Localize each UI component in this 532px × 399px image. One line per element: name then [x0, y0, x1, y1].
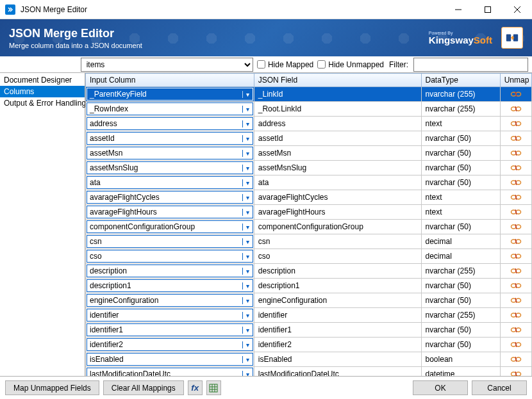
chevron-down-icon[interactable]: ▾: [242, 268, 253, 275]
unmap-icon[interactable]: [510, 325, 522, 334]
cancel-button[interactable]: Cancel: [472, 380, 527, 395]
ok-button[interactable]: OK: [413, 380, 468, 395]
table-row[interactable]: _RowIndex▾_Root.LinkIdnvarchar (255): [86, 102, 532, 117]
maximize-button[interactable]: [473, 0, 503, 19]
input-column-combo[interactable]: avarageFlightCycles▾: [87, 191, 253, 204]
input-column-combo[interactable]: isEnabled▾: [87, 353, 253, 366]
input-column-combo[interactable]: identifier▾: [87, 309, 253, 322]
unmap-icon[interactable]: [510, 119, 522, 128]
map-unmapped-button[interactable]: Map Unmapped Fields: [5, 380, 99, 395]
unmap-icon[interactable]: [510, 134, 522, 143]
table-row[interactable]: csn▾csndecimal: [86, 234, 532, 249]
unmap-icon[interactable]: [510, 104, 522, 113]
close-button[interactable]: [503, 0, 532, 19]
header-datatype[interactable]: DataType: [421, 74, 500, 87]
input-column-combo[interactable]: _ParentKeyField▾: [87, 88, 253, 101]
grid-scroll[interactable]: Input Column JSON Field DataType Unmap _…: [85, 73, 532, 376]
input-column-combo[interactable]: componentConfigurationGroup▾: [87, 220, 253, 233]
hide-mapped-checkbox[interactable]: Hide Mapped: [257, 58, 313, 71]
chevron-down-icon[interactable]: ▾: [242, 179, 253, 186]
unmap-icon[interactable]: [510, 193, 522, 202]
unmap-icon[interactable]: [510, 311, 522, 320]
input-column-combo[interactable]: engineConfiguration▾: [87, 294, 253, 307]
input-column-combo[interactable]: description▾: [87, 265, 253, 277]
table-row[interactable]: _ParentKeyField▾_LinkIdnvarchar (255): [86, 87, 532, 102]
input-column-combo[interactable]: address▾: [87, 117, 253, 130]
unmap-icon[interactable]: [510, 370, 522, 376]
sidebar-item[interactable]: Columns: [0, 86, 85, 97]
input-column-combo[interactable]: ata▾: [87, 176, 253, 189]
chevron-down-icon[interactable]: ▾: [242, 120, 253, 127]
hide-unmapped-checkbox[interactable]: Hide Unmapped: [317, 58, 384, 71]
chevron-down-icon[interactable]: ▾: [242, 253, 253, 260]
table-row[interactable]: cso▾csodecimal: [86, 249, 532, 264]
chevron-down-icon[interactable]: ▾: [242, 150, 253, 157]
table-row[interactable]: ata▾atanvarchar (50): [86, 175, 532, 190]
input-column-combo[interactable]: identifier2▾: [87, 338, 253, 351]
unmap-icon[interactable]: [510, 163, 522, 172]
unmap-icon[interactable]: [510, 355, 522, 364]
chevron-down-icon[interactable]: ▾: [242, 327, 253, 334]
unmap-icon[interactable]: [510, 90, 522, 99]
clear-all-mappings-button[interactable]: Clear All Mappings: [103, 380, 184, 395]
chevron-down-icon[interactable]: ▾: [242, 297, 253, 304]
table-row[interactable]: avarageFlightHours▾avarageFlightHoursnte…: [86, 205, 532, 220]
header-unmap[interactable]: Unmap: [500, 74, 531, 87]
filter-input[interactable]: [413, 58, 528, 72]
table-row[interactable]: address▾addressntext: [86, 117, 532, 131]
input-column-combo[interactable]: description1▾: [87, 279, 253, 292]
table-row[interactable]: identifier▾identifiernvarchar (255): [86, 308, 532, 323]
table-row[interactable]: identifier1▾identifier1nvarchar (50): [86, 323, 532, 338]
unmap-icon[interactable]: [510, 281, 522, 290]
chevron-down-icon[interactable]: ▾: [242, 282, 253, 289]
chevron-down-icon[interactable]: ▾: [242, 194, 253, 201]
unmap-icon[interactable]: [510, 222, 522, 231]
section-select[interactable]: items: [81, 58, 253, 72]
chevron-down-icon[interactable]: ▾: [242, 106, 253, 113]
minimize-button[interactable]: [444, 0, 473, 19]
unmap-icon[interactable]: [510, 252, 522, 261]
chevron-down-icon[interactable]: ▾: [242, 91, 253, 98]
chevron-down-icon[interactable]: ▾: [242, 165, 253, 172]
sidebar-item[interactable]: Document Designer: [0, 74, 85, 86]
unmap-icon[interactable]: [510, 296, 522, 305]
unmap-icon[interactable]: [510, 237, 522, 246]
unmap-icon[interactable]: [510, 340, 522, 349]
table-row[interactable]: assetId▾assetIdnvarchar (50): [86, 131, 532, 146]
expression-button[interactable]: fx: [188, 380, 203, 395]
table-row[interactable]: identifier2▾identifier2nvarchar (50): [86, 338, 532, 352]
input-column-combo[interactable]: assetMsn▾: [87, 147, 253, 159]
input-column-combo[interactable]: assetMsnSlug▾: [87, 161, 253, 174]
table-row[interactable]: avarageFlightCycles▾avarageFlightCyclesn…: [86, 190, 532, 205]
input-column-combo[interactable]: cso▾: [87, 250, 253, 263]
table-row[interactable]: assetMsnSlug▾assetMsnSlugnvarchar (50): [86, 161, 532, 175]
chevron-down-icon[interactable]: ▾: [242, 224, 253, 231]
input-column-combo[interactable]: _RowIndex▾: [87, 102, 253, 115]
unmap-icon[interactable]: [510, 266, 522, 275]
chevron-down-icon[interactable]: ▾: [242, 371, 253, 377]
input-column-combo[interactable]: csn▾: [87, 235, 253, 248]
table-row[interactable]: engineConfiguration▾engineConfigurationn…: [86, 293, 532, 308]
input-column-combo[interactable]: assetId▾: [87, 132, 253, 145]
input-column-combo[interactable]: avarageFlightHours▾: [87, 206, 253, 218]
chevron-down-icon[interactable]: ▾: [242, 238, 253, 245]
input-column-combo[interactable]: identifier1▾: [87, 323, 253, 336]
unmap-icon[interactable]: [510, 149, 522, 158]
chevron-down-icon[interactable]: ▾: [242, 341, 253, 348]
table-row[interactable]: lastModificationDateUtc▾lastModification…: [86, 367, 532, 377]
chevron-down-icon[interactable]: ▾: [242, 135, 253, 142]
table-row[interactable]: isEnabled▾isEnabledboolean: [86, 352, 532, 367]
sidebar-item[interactable]: Output & Error Handling: [0, 97, 85, 109]
header-json-field[interactable]: JSON Field: [254, 74, 421, 87]
table-row[interactable]: description▾descriptionnvarchar (255): [86, 264, 532, 279]
grid-options-button[interactable]: [206, 380, 221, 395]
table-row[interactable]: description1▾description1nvarchar (50): [86, 279, 532, 293]
table-row[interactable]: componentConfigurationGroup▾componentCon…: [86, 220, 532, 234]
header-input-column[interactable]: Input Column: [86, 74, 254, 87]
input-column-combo[interactable]: lastModificationDateUtc▾: [87, 368, 253, 376]
chevron-down-icon[interactable]: ▾: [242, 312, 253, 319]
chevron-down-icon[interactable]: ▾: [242, 209, 253, 216]
chevron-down-icon[interactable]: ▾: [242, 356, 253, 363]
unmap-icon[interactable]: [510, 178, 522, 187]
table-row[interactable]: assetMsn▾assetMsnnvarchar (50): [86, 146, 532, 161]
